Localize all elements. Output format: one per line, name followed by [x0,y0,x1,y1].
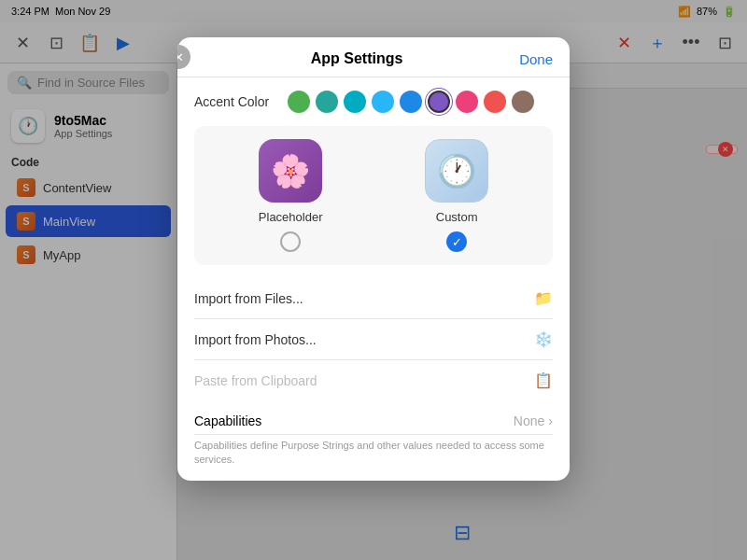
capabilities-label: Capabilities [194,413,261,428]
import-row[interactable]: Import from Files... 📁 [194,278,553,319]
import-row-icon: 📋 [534,371,553,389]
color-dot-light-blue[interactable] [372,91,394,113]
icon-option-placeholder[interactable]: 🌸 Placeholder [259,139,323,252]
capabilities-value: None › [514,413,553,428]
capabilities-description: Capabilities define Purpose Strings and … [194,435,553,468]
import-row-label: Import from Photos... [194,332,317,347]
color-dot-pink[interactable] [456,91,478,113]
color-dot-cyan[interactable] [344,91,366,113]
custom-label: Custom [436,210,478,224]
icon-option-custom[interactable]: 🕐 Custom ✓ [425,139,488,252]
import-row[interactable]: Import from Photos... ❄️ [194,319,553,360]
import-row-label: Import from Files... [194,291,303,306]
import-row-label: Paste from Clipboard [194,373,317,388]
accent-color-row: Accent Color [194,91,553,113]
modal-overlay: ✕ App Settings Done Accent Color 🌸 Place… [0,0,747,560]
custom-radio[interactable]: ✓ [446,231,467,252]
accent-color-label: Accent Color [194,94,278,109]
chevron-right-icon: › [548,413,553,428]
color-dots [288,91,534,113]
modal-header: ✕ App Settings Done [177,37,570,77]
import-row-icon: 📁 [534,289,553,307]
color-dot-blue[interactable] [400,91,422,113]
color-dot-green[interactable] [288,91,310,113]
capabilities-value-text: None [514,413,544,428]
color-dot-purple[interactable] [428,91,450,113]
color-dot-teal[interactable] [316,91,338,113]
placeholder-label: Placeholder [259,210,323,224]
import-row-icon: ❄️ [534,330,553,348]
color-dot-brown[interactable] [512,91,534,113]
modal-body: Accent Color 🌸 Placeholder 🕐 Custom ✓ Im… [177,77,570,481]
modal-title: App Settings [194,50,519,67]
icon-selector-section: 🌸 Placeholder 🕐 Custom ✓ [194,126,553,265]
placeholder-icon-preview: 🌸 [259,139,322,203]
import-options: Import from Files... 📁 Import from Photo… [194,278,553,400]
app-settings-modal: ✕ App Settings Done Accent Color 🌸 Place… [177,37,570,481]
capabilities-section: Capabilities None › Capabilities define … [194,404,553,468]
modal-done-button[interactable]: Done [519,51,553,67]
custom-icon-preview: 🕐 [425,139,488,203]
modal-close-button[interactable]: ✕ [177,45,190,69]
color-dot-red[interactable] [484,91,506,113]
placeholder-radio[interactable] [280,231,301,252]
capabilities-row[interactable]: Capabilities None › [194,404,553,435]
import-row: Paste from Clipboard 📋 [194,360,553,400]
